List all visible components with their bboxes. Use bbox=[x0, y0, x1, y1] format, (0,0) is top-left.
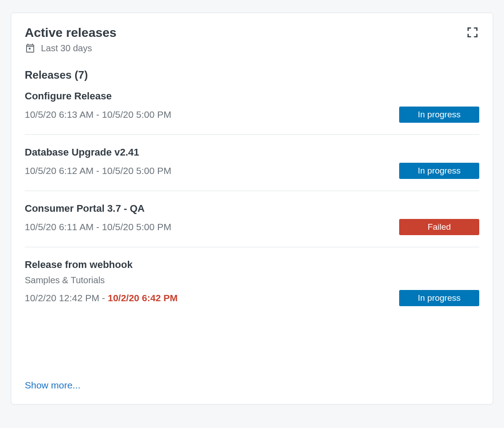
release-time: 10/5/20 6:12 AM - 10/5/20 5:00 PM bbox=[25, 165, 171, 176]
release-list: Configure Release10/5/20 6:13 AM - 10/5/… bbox=[25, 90, 479, 318]
card-subtitle: Last 30 days bbox=[41, 43, 92, 54]
release-row: 10/2/20 12:42 PM - 10/2/20 6:42 PMIn pro… bbox=[25, 290, 479, 306]
expand-icon bbox=[467, 27, 478, 38]
card-title: Active releases bbox=[25, 26, 117, 40]
release-item: Database Upgrade v2.4110/5/20 6:12 AM - … bbox=[25, 147, 479, 191]
card-header: Active releases Last 30 days bbox=[25, 26, 479, 54]
status-badge[interactable]: In progress bbox=[399, 107, 479, 123]
show-more-link[interactable]: Show more... bbox=[25, 380, 479, 391]
release-time: 10/5/20 6:13 AM - 10/5/20 5:00 PM bbox=[25, 109, 171, 120]
status-badge[interactable]: In progress bbox=[399, 163, 479, 179]
release-row: 10/5/20 6:12 AM - 10/5/20 5:00 PMIn prog… bbox=[25, 163, 479, 179]
release-item: Configure Release10/5/20 6:13 AM - 10/5/… bbox=[25, 90, 479, 135]
active-releases-card: Active releases Last 30 days bbox=[11, 13, 493, 405]
calendar-icon bbox=[25, 43, 36, 54]
release-item: Consumer Portal 3.7 - QA10/5/20 6:11 AM … bbox=[25, 203, 479, 247]
release-row: 10/5/20 6:11 AM - 10/5/20 5:00 PMFailed bbox=[25, 219, 479, 235]
release-name[interactable]: Database Upgrade v2.41 bbox=[25, 147, 479, 158]
release-time: 10/5/20 6:11 AM - 10/5/20 5:00 PM bbox=[25, 222, 171, 232]
release-time-overdue: 10/2/20 6:42 PM bbox=[108, 293, 177, 303]
status-badge[interactable]: Failed bbox=[399, 219, 479, 235]
release-item: Release from webhookSamples & Tutorials1… bbox=[25, 259, 479, 318]
release-name[interactable]: Consumer Portal 3.7 - QA bbox=[25, 203, 479, 214]
expand-button[interactable] bbox=[466, 26, 479, 39]
release-name[interactable]: Release from webhook bbox=[25, 259, 479, 271]
release-subtitle: Samples & Tutorials bbox=[25, 275, 479, 285]
release-time: 10/2/20 12:42 PM - 10/2/20 6:42 PM bbox=[25, 293, 178, 303]
release-row: 10/5/20 6:13 AM - 10/5/20 5:00 PMIn prog… bbox=[25, 107, 479, 123]
release-name[interactable]: Configure Release bbox=[25, 90, 479, 102]
releases-section-title: Releases (7) bbox=[25, 69, 479, 81]
status-badge[interactable]: In progress bbox=[399, 290, 479, 306]
